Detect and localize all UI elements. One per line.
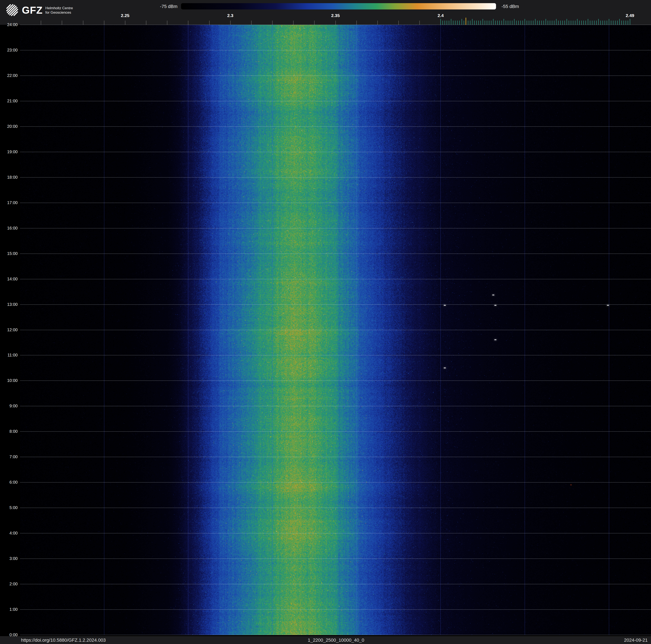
hour-gridline xyxy=(20,482,651,482)
channel-tick xyxy=(449,21,449,25)
channel-tick xyxy=(596,21,597,25)
channel-tick xyxy=(518,21,519,25)
hour-gridline xyxy=(20,380,651,381)
channel-tick xyxy=(619,19,620,25)
minor-tick xyxy=(230,21,230,25)
channel-tick xyxy=(546,19,546,25)
channel-tick xyxy=(520,21,521,25)
time-axis-label: 12:00 xyxy=(0,327,18,332)
channel-tick xyxy=(560,21,561,25)
time-axis-label: 3:00 xyxy=(0,556,18,561)
channel-tick xyxy=(556,19,557,25)
channel-tick xyxy=(459,21,460,25)
time-axis-label: 6:00 xyxy=(0,480,18,485)
time-axis-label: 4:00 xyxy=(0,531,18,535)
channel-tick xyxy=(590,21,590,25)
channel-tick xyxy=(615,21,616,25)
minor-tick xyxy=(314,21,315,25)
signal-spark xyxy=(444,368,446,368)
hour-gridline xyxy=(20,406,651,406)
channel-tick xyxy=(571,21,571,25)
channel-tick xyxy=(592,21,592,25)
channel-tick xyxy=(470,21,470,25)
minor-tick xyxy=(420,21,420,25)
channel-tick xyxy=(453,21,454,25)
signal-spark xyxy=(494,305,496,305)
footer: https://doi.org/10.5880/GFZ.1.2.2024.003… xyxy=(0,637,651,644)
channel-tick xyxy=(485,21,485,25)
channel-tick xyxy=(552,21,552,25)
signal-spark xyxy=(494,340,496,340)
time-axis-label: 22:00 xyxy=(0,73,18,78)
hour-gridline xyxy=(20,152,651,152)
channel-tick xyxy=(508,21,508,25)
time-axis-label: 16:00 xyxy=(0,226,18,231)
channel-tick xyxy=(575,21,576,25)
signal-spark xyxy=(444,305,446,305)
time-axis-label: 10:00 xyxy=(0,378,18,383)
channel-tick xyxy=(562,21,563,25)
time-axis-label: 24:00 xyxy=(0,22,18,27)
time-axis-label: 5:00 xyxy=(0,505,18,510)
hour-gridline xyxy=(20,254,651,254)
hour-gridline xyxy=(20,279,651,279)
channel-tick xyxy=(497,21,498,25)
channel-tick xyxy=(457,21,458,25)
channel-tick xyxy=(442,21,443,25)
minor-tick xyxy=(83,21,83,25)
channel-tick xyxy=(447,21,447,25)
channel-tick xyxy=(516,21,517,25)
time-axis-label: 8:00 xyxy=(0,429,18,434)
channel-tick xyxy=(630,19,630,25)
minor-tick xyxy=(167,21,167,25)
minor-tick xyxy=(209,21,210,25)
signal-spark xyxy=(607,305,609,305)
hour-gridline xyxy=(20,507,651,508)
channel-tick xyxy=(533,21,533,25)
channel-tick xyxy=(586,21,586,25)
dataset-id: 1_2200_2500_10000_40_0 xyxy=(308,637,364,644)
hour-gridline xyxy=(20,203,651,203)
channel-tick xyxy=(455,21,456,25)
channel-tick xyxy=(478,21,479,25)
hour-gridline xyxy=(20,533,651,533)
minor-tick xyxy=(251,21,252,25)
channel-tick xyxy=(501,21,502,25)
channel-tick xyxy=(487,21,487,25)
channel-tick xyxy=(573,21,573,25)
channel-tick xyxy=(628,21,628,25)
channel-tick xyxy=(617,21,618,25)
time-axis-label: 2:00 xyxy=(0,582,18,586)
channel-tick xyxy=(512,21,513,25)
frequency-tick-row xyxy=(0,18,651,25)
channel-tick xyxy=(474,21,474,25)
date-label: 2024-09-21 xyxy=(624,637,648,644)
channel-tick xyxy=(503,19,504,25)
time-axis-label: 1:00 xyxy=(0,607,18,612)
channel-tick xyxy=(548,21,548,25)
channel-tick xyxy=(544,21,544,25)
minor-tick xyxy=(272,21,273,25)
signal-spark xyxy=(492,295,494,295)
channel-tick xyxy=(604,21,605,25)
channel-tick xyxy=(523,21,523,25)
minor-tick xyxy=(41,21,41,25)
channel-tick xyxy=(550,21,550,25)
channel-tick xyxy=(535,19,535,25)
time-axis-label: 13:00 xyxy=(0,302,18,307)
minor-tick xyxy=(398,21,399,25)
hour-gridline xyxy=(20,126,651,127)
hour-gridline xyxy=(20,177,651,178)
time-axis-label: 18:00 xyxy=(0,175,18,180)
channel-tick xyxy=(514,19,515,25)
time-axis-label: 19:00 xyxy=(0,149,18,154)
channel-tick xyxy=(476,21,477,25)
channel-tick xyxy=(472,19,472,25)
hour-gridline xyxy=(20,304,651,305)
channel-tick xyxy=(583,21,584,25)
header: GFZ Helmholtz Centre for Geosciences -75… xyxy=(0,0,651,25)
channel-tick xyxy=(558,21,559,25)
highlight-tick xyxy=(466,18,466,25)
time-axis-label: 7:00 xyxy=(0,455,18,459)
channel-tick xyxy=(621,21,622,25)
